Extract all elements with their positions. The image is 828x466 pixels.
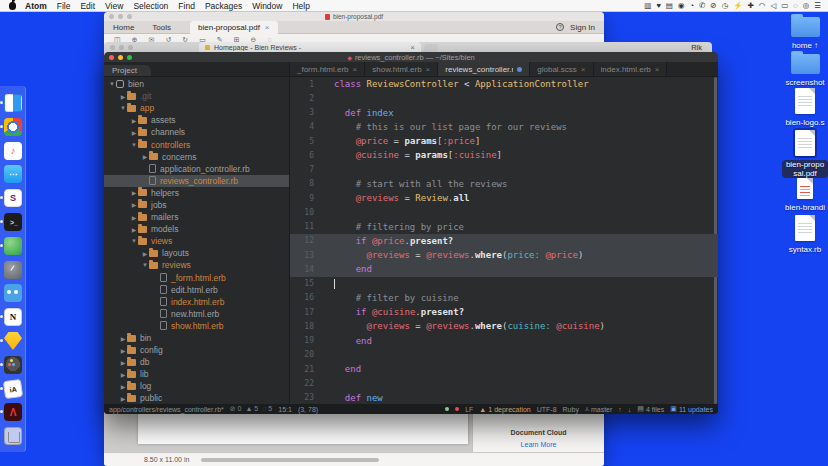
menubar-status-icon[interactable]: ▤ [666,0,673,12]
tree-item-layouts[interactable]: ▶layouts [104,247,289,259]
close-icon[interactable]: × [655,65,660,74]
tree-item-index-html-erb[interactable]: index.html.erb [104,296,289,308]
tree-item-config[interactable]: ▶config [104,344,289,356]
dock-music-icon[interactable]: ♪ [4,142,22,160]
tree-item-new-html-erb[interactable]: new.html.erb [104,308,289,320]
atom-titlebar[interactable]: ◆ reviews_controller.rb — ~/Sites/bien [104,52,718,62]
dock-chrome-icon[interactable] [4,118,22,136]
status-indicator[interactable]: ◌ 5 [262,405,272,413]
status-language[interactable]: Ruby [563,406,579,413]
menubar-status-icon[interactable]: ✚ [748,0,754,12]
acrobat-tab-tools[interactable]: Tools [143,21,180,34]
menu-view[interactable]: View [105,1,123,11]
close-icon[interactable]: × [410,43,415,52]
tree-item--form-html-erb[interactable]: _form.html.erb [104,272,289,284]
tree-item-bin[interactable]: ▶bin [104,332,289,344]
chrome-traffic-lights[interactable] [104,45,133,50]
menu-edit[interactable]: Edit [80,1,95,11]
dock-twitter-app-icon[interactable] [4,284,22,302]
desktop-icon-syntax-file[interactable]: syntax.rb [782,213,828,254]
tree-item-public[interactable]: ▶public [104,392,289,404]
tab-show-html-erb[interactable]: show.html.erb× [365,62,438,76]
menubar-status-icon[interactable]: ✆ [699,0,705,12]
tree-item-bien[interactable]: ▼bien [104,78,289,90]
tree-item-jobs[interactable]: ▶jobs [104,199,289,211]
menubar-status-icon[interactable]: ☰ [814,0,821,12]
tree-item-application-controller-rb[interactable]: application_controller.rb [104,163,289,175]
acrobat-tab-home[interactable]: Home [104,21,143,34]
menubar-status-icon[interactable]: ▥ [644,0,651,12]
chrome-tab[interactable]: Homepage - Bien Reviews - × [199,42,421,52]
tree-item-show-html-erb[interactable]: show.html.erb [104,320,289,332]
menu-file[interactable]: File [57,1,71,11]
desktop-icon-home-folder[interactable]: home ↑ [782,12,828,50]
menubar-status-icon[interactable]: ◁ [770,0,776,12]
tree-item-concerns[interactable]: ▶concerns [104,151,289,163]
dock-ia-writer-icon[interactable]: iA [4,380,22,398]
tab--form-html-erb[interactable]: _form.html.erb× [290,62,365,76]
dock-notion-icon[interactable]: N [4,308,22,326]
dock-trash-icon[interactable] [4,427,22,445]
chrome-window[interactable]: Homepage - Bien Reviews - × Rik [104,42,712,52]
dock-terminal-icon[interactable]: >_ [4,213,22,231]
status-line-ending[interactable]: LF [465,406,473,413]
tree-item-reviews-controller-rb[interactable]: reviews_controller.rb [104,175,289,187]
new-tab-button[interactable] [423,44,440,52]
dock-finder-icon[interactable] [4,94,22,112]
acrobat-titlebar[interactable]: bien-proposal.pdf [104,12,604,21]
status-git-branch[interactable]: Ymaster [585,406,612,413]
code-editor[interactable]: 1class ReviewsController < ApplicationCo… [290,77,718,404]
menu-window[interactable]: Window [252,1,282,11]
tree-item-db[interactable]: ▶db [104,356,289,368]
help-icon[interactable]: ? [556,23,564,31]
tree-item-lib[interactable]: ▶lib [104,368,289,380]
tree-item--git[interactable]: ▶.git [104,90,289,102]
tree-item-channels[interactable]: ▶channels [104,126,289,138]
status-files[interactable]: ▤4 files [637,405,664,413]
menubar-status-icon[interactable]: ▭ [781,0,788,12]
desktop-icon-bien-proposal-file[interactable]: bien-proposal.pdf [782,128,828,178]
learn-more-link[interactable]: Learn More [473,441,604,448]
status-indicator[interactable]: ⊘ 0 [230,405,242,413]
menu-packages[interactable]: Packages [205,1,242,11]
menubar-status-icon[interactable]: ◠ [759,0,766,12]
status-encoding[interactable]: UTF-8 [537,406,557,413]
close-icon[interactable]: × [581,65,586,74]
chrome-profile-name[interactable]: Rik [691,43,712,52]
status-cursor-position[interactable]: 15:1 [278,406,292,413]
tree-item-models[interactable]: ▶models [104,223,289,235]
horizontal-scrollbar[interactable] [201,458,379,462]
tree-item-reviews[interactable]: ▼reviews [104,259,289,271]
close-icon[interactable]: × [265,23,270,32]
project-tab[interactable]: Project [104,65,151,76]
status-indicator[interactable]: ▲ 5 [245,405,258,413]
menubar-status-icon[interactable]: ◔ [690,0,695,12]
menubar-status-icon[interactable]: ◌ [793,0,797,12]
dock-sketch-icon[interactable] [4,332,22,350]
tree-item-mailers[interactable]: ▶mailers [104,211,289,223]
status-updates[interactable]: ▣11 updates [670,405,713,413]
dock-green-app-icon[interactable] [4,237,22,255]
status-deprecations[interactable]: ▲1 deprecation [479,406,530,413]
tree-item-app[interactable]: ▼app [104,102,289,114]
menu-help[interactable]: Help [292,1,309,11]
dock-clock-app-icon[interactable] [4,261,22,279]
dock-slack-icon[interactable]: S [4,189,22,207]
tree-item-views[interactable]: ▼views [104,235,289,247]
menu-atom[interactable]: Atom [25,1,47,11]
git-push-icon[interactable]: ↑ [618,406,622,413]
status-file-path[interactable]: app/controllers/reviews_controller.rb* [109,406,224,413]
tab-reviews-controller-rb[interactable]: reviews_controller.rb [438,62,530,76]
tree-item-helpers[interactable]: ▶helpers [104,187,289,199]
menubar-status-icon[interactable]: ◷ [722,0,729,12]
sign-in-button[interactable]: Sign In [570,23,595,32]
dock-acrobat-icon[interactable]: Λ [4,403,22,421]
dock-messages-icon[interactable]: ⋯ [4,165,22,183]
atom-window[interactable]: ◆ reviews_controller.rb — ~/Sites/bien P… [104,52,718,414]
menubar-status-icon[interactable]: ♥ [656,0,660,12]
menubar-status-icon[interactable]: ⚡ [733,0,742,12]
menu-selection[interactable]: Selection [133,1,168,11]
tree-item-assets[interactable]: ▶assets [104,114,289,126]
git-pull-icon[interactable]: ↓ [628,406,632,413]
menubar-status-icon[interactable]: ◉ [678,0,685,12]
